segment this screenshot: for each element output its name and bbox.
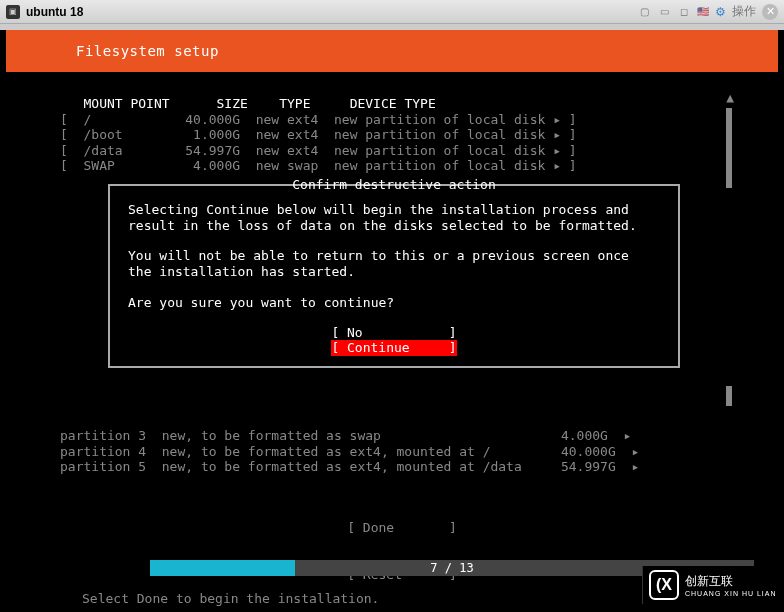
- table-row[interactable]: [ SWAP 4.000G new swap new partition of …: [60, 158, 724, 174]
- chevron-right-icon[interactable]: ▸: [553, 143, 561, 158]
- table-header: MOUNT POINT SIZE TYPE DEVICE TYPE: [60, 96, 724, 112]
- window-control-2[interactable]: ▭: [657, 5, 671, 19]
- table-row[interactable]: [ /boot 1.000G new ext4 new partition of…: [60, 127, 724, 143]
- scrollbar-thumb-bottom[interactable]: [726, 386, 732, 406]
- logo-cn: 创新互联: [685, 573, 777, 590]
- chevron-right-icon[interactable]: ▸: [553, 158, 561, 173]
- chevron-right-icon[interactable]: ▸: [553, 112, 561, 127]
- list-item[interactable]: partition 3 new, to be formatted as swap…: [60, 428, 744, 444]
- vm-titlebar: ubuntu 18 ▢ ▭ ◻ 🇺🇸 ⚙ 操作 ✕: [0, 0, 784, 24]
- page-title: Filesystem setup: [76, 43, 219, 59]
- confirm-dialog: Confirm destructive action Selecting Con…: [108, 184, 680, 368]
- list-item[interactable]: partition 5 new, to be formatted as ext4…: [60, 459, 744, 475]
- installer-header: Filesystem setup: [6, 30, 778, 72]
- continue-button[interactable]: [ Continue ]: [331, 340, 456, 356]
- gear-icon[interactable]: ⚙: [715, 5, 726, 19]
- table-row[interactable]: [ /data 54.997G new ext4 new partition o…: [60, 143, 724, 159]
- operate-label[interactable]: 操作: [732, 3, 756, 20]
- dialog-title: Confirm destructive action: [290, 177, 498, 193]
- vm-icon: [6, 5, 20, 19]
- dialog-text-3: Are you sure you want to continue?: [128, 295, 660, 311]
- window-control-3[interactable]: ◻: [677, 5, 691, 19]
- no-button[interactable]: [ No ]: [110, 325, 678, 341]
- flag-icon: 🇺🇸: [697, 6, 709, 17]
- hint-text: Select Done to begin the installation.: [82, 591, 379, 606]
- logo-en: CHUANG XIN HU LIAN: [685, 590, 777, 597]
- chevron-right-icon[interactable]: ▸: [553, 127, 561, 142]
- chevron-right-icon[interactable]: ▸: [631, 459, 639, 474]
- table-row[interactable]: [ / 40.000G new ext4 new partition of lo…: [60, 112, 724, 128]
- list-item[interactable]: partition 4 new, to be formatted as ext4…: [60, 444, 744, 460]
- window-control-1[interactable]: ▢: [637, 5, 651, 19]
- dialog-text-1: Selecting Continue below will begin the …: [128, 202, 660, 235]
- dialog-text-2: You will not be able to return to this o…: [128, 248, 660, 281]
- chevron-right-icon[interactable]: ▸: [631, 444, 639, 459]
- chevron-right-icon[interactable]: ▸: [624, 428, 632, 443]
- done-button[interactable]: [ Done ]: [60, 520, 744, 536]
- watermark-logo: (X 创新互联 CHUANG XIN HU LIAN: [642, 566, 784, 604]
- logo-mark: (X: [649, 570, 679, 600]
- vm-screen: Filesystem setup ▲ MOUNT POINT SIZE TYPE…: [0, 30, 784, 612]
- close-icon[interactable]: ✕: [762, 4, 778, 20]
- vm-title: ubuntu 18: [26, 5, 83, 19]
